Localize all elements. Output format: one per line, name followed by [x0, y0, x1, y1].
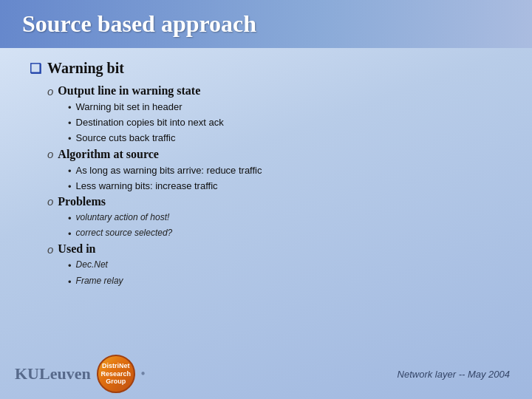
sub-heading-text-4: Used in — [58, 242, 95, 256]
main-bullet: ❑ Warning bit — [30, 60, 510, 77]
sub-heading-4: o Used in — [47, 242, 510, 256]
bullet-text: correct source selected? — [76, 227, 173, 239]
bullet-text: Destination copies bit into next ack — [76, 116, 224, 129]
main-bullet-icon: ❑ — [30, 61, 41, 77]
logo-label: DistriNetResearchGroup — [100, 362, 131, 386]
bullet-item: • Warning bit set in header — [68, 100, 510, 115]
footer: KULeuven DistriNetResearchGroup • Networ… — [0, 350, 532, 399]
bullet-dot: • — [68, 228, 72, 241]
bullet-dot: • — [68, 101, 72, 115]
content-area: ❑ Warning bit o Output line in warning s… — [0, 55, 532, 399]
sub-o-2: o — [47, 148, 53, 160]
sub-o-3: o — [47, 195, 53, 208]
sub-heading-text-2: Algorithm at source — [58, 148, 159, 161]
bullet-dot: • — [68, 165, 72, 178]
bullet-item: • voluntary action of host! — [68, 211, 510, 225]
sub-heading-2: o Algorithm at source — [47, 148, 510, 161]
bullet-text: As long as warning bits arrive: reduce t… — [76, 164, 262, 177]
sub-o-1: o — [47, 85, 53, 98]
bullet-item: • Destination copies bit into next ack — [68, 116, 510, 130]
bullet-list-2: • As long as warning bits arrive: reduce… — [68, 164, 510, 194]
sub-sections: o Output line in warning state • Warning… — [47, 84, 510, 289]
bullet-dot: • — [68, 276, 72, 289]
bullet-text: Source cuts back traffic — [76, 132, 176, 145]
slide: Source based approach ❑ Warning bit o Ou… — [0, 0, 532, 399]
sub-heading-text-1: Output line in warning state — [58, 84, 200, 98]
sub-o-4: o — [47, 243, 53, 256]
main-bullet-label: Warning bit — [47, 60, 124, 77]
bullet-list-4: • Dec.Net • Frame relay — [68, 259, 510, 288]
bullet-text: Frame relay — [76, 275, 123, 287]
slide-title: Source based approach — [22, 10, 510, 38]
bullet-dot: • — [68, 259, 72, 273]
distrinet-logo: DistriNetResearchGroup — [97, 355, 135, 393]
bullet-item: • As long as warning bits arrive: reduce… — [68, 164, 510, 178]
bullet-list-1: • Warning bit set in header • Destinatio… — [68, 100, 510, 146]
bullet-dot: • — [68, 117, 72, 130]
bullet-list-3: • voluntary action of host! • correct so… — [68, 211, 510, 241]
bullet-item: • Frame relay — [68, 275, 510, 289]
bullet-dot: • — [68, 180, 72, 194]
ku-leuven-text-right: • — [141, 367, 146, 381]
bullet-item: • Less warning bits: increase traffic — [68, 180, 510, 194]
bullet-item: • Dec.Net — [68, 259, 510, 273]
sub-heading-text-3: Problems — [58, 195, 106, 208]
ku-leuven-text: KULeuven — [15, 364, 91, 383]
bullet-dot: • — [68, 132, 72, 146]
bullet-text: Dec.Net — [76, 259, 108, 271]
sub-heading-3: o Problems — [47, 195, 510, 208]
title-bar: Source based approach — [0, 0, 532, 48]
bullet-item: • Source cuts back traffic — [68, 132, 510, 146]
sub-heading-1: o Output line in warning state — [47, 84, 510, 98]
bullet-item: • correct source selected? — [68, 227, 510, 241]
bullet-text: Warning bit set in header — [76, 100, 183, 114]
bullet-text: voluntary action of host! — [76, 211, 170, 224]
bullet-text: Less warning bits: increase traffic — [76, 180, 218, 193]
bullet-dot: • — [68, 212, 72, 225]
footer-note: Network layer -- May 2004 — [398, 369, 510, 380]
logo-area: KULeuven DistriNetResearchGroup • — [15, 355, 145, 393]
